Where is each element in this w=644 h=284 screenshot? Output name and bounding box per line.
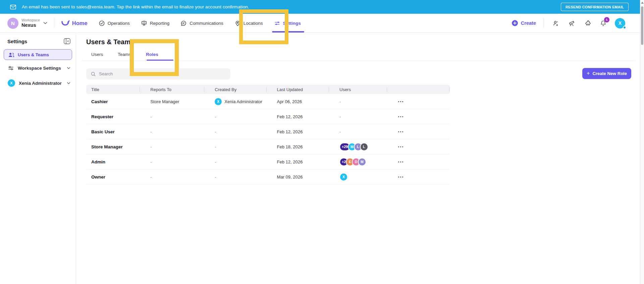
column-header-actions xyxy=(387,85,450,94)
cell-reports-to: - xyxy=(140,114,204,119)
created-by-name: - xyxy=(215,174,216,180)
nav-item-communications[interactable]: Communications xyxy=(180,20,223,26)
user-avatar-stack: X xyxy=(339,173,348,181)
cell-last-updated: Feb 12, 2026 xyxy=(266,114,329,119)
plus-circle-icon xyxy=(512,20,518,26)
table-row: CashierStore ManagerXXenia Administrator… xyxy=(86,94,450,109)
plus-icon: + xyxy=(587,70,590,76)
telescope-icon[interactable] xyxy=(568,20,575,27)
scroll-up-arrow-icon[interactable] xyxy=(641,2,644,4)
tab-teams[interactable]: Teams xyxy=(118,52,131,57)
search-input[interactable] xyxy=(99,71,220,76)
cell-title: Cashier xyxy=(86,99,140,104)
cell-created-by: - xyxy=(204,129,266,134)
sidebar-heading: Settings xyxy=(7,39,27,44)
cell-last-updated: Mar 09, 2026 xyxy=(266,174,329,180)
tab-roles[interactable]: Roles xyxy=(146,52,158,57)
column-header-reports-to: Reports To xyxy=(140,85,204,94)
row-actions-menu-button[interactable] xyxy=(397,174,404,180)
sidebar-item-label: Workspace Settings xyxy=(18,66,61,71)
created-by-avatar: X xyxy=(215,98,222,105)
collapse-sidebar-icon[interactable] xyxy=(64,38,70,44)
cell-users: +2EDM xyxy=(329,158,387,166)
create-new-role-button[interactable]: + Create New Role xyxy=(582,68,631,79)
cell-actions xyxy=(387,129,450,134)
cell-users: +29MLL xyxy=(329,143,387,151)
xenia-logo-icon xyxy=(61,19,70,27)
chevron-down-icon xyxy=(67,67,70,69)
cell-users: X xyxy=(329,173,387,181)
nav-item-settings[interactable]: Settings xyxy=(274,20,301,26)
create-label: Create xyxy=(521,20,536,26)
user-avatar: X xyxy=(339,173,348,181)
nav-item-operations[interactable]: Operations xyxy=(99,20,130,26)
sidebar-item-workspace-settings[interactable]: Workspace Settings xyxy=(0,62,76,74)
sidebar-item-xenia-administrator[interactable]: X Xenia Administrator xyxy=(0,76,76,90)
row-actions-menu-button[interactable] xyxy=(397,129,404,134)
cell-actions xyxy=(387,114,450,119)
sidebar-item-label: Xenia Administrator xyxy=(19,81,62,86)
communications-icon xyxy=(180,20,187,26)
row-actions-menu-button[interactable] xyxy=(397,144,404,149)
nav-item-home[interactable]: Home xyxy=(61,19,88,27)
cell-created-by: - xyxy=(204,174,266,180)
create-button[interactable]: Create xyxy=(512,20,536,26)
nav-item-label: Locations xyxy=(244,21,263,26)
user-avatar[interactable]: X xyxy=(615,18,625,28)
nav-item-label: Settings xyxy=(283,21,301,26)
nav-item-label: Operations xyxy=(108,21,130,26)
cell-last-updated: Feb 12, 2026 xyxy=(266,129,329,134)
cell-reports-to: - xyxy=(140,129,204,134)
workspace-name: Nexus xyxy=(21,22,40,28)
cell-last-updated: Feb 12, 2026 xyxy=(266,159,329,164)
cell-created-by: - xyxy=(204,159,266,164)
cell-reports-to: - xyxy=(140,144,204,149)
notifications-bell-icon[interactable]: 1 xyxy=(600,20,607,27)
workspace-switcher[interactable]: N Workspace Nexus xyxy=(7,18,47,29)
cell-reports-to: Store Manager xyxy=(140,99,204,104)
sidebar-header: Settings xyxy=(0,33,76,44)
user-avatar-stack: +2EDM xyxy=(339,158,366,166)
row-actions-menu-button[interactable] xyxy=(397,114,404,119)
cell-title: Requester xyxy=(86,114,140,119)
table-row: Basic User--Feb 12, 2026- xyxy=(86,124,450,139)
tab-users[interactable]: Users xyxy=(91,52,103,57)
cell-title: Store Manager xyxy=(86,144,140,149)
page-scrollbar[interactable] xyxy=(640,0,644,284)
row-actions-menu-button[interactable] xyxy=(397,99,404,104)
roles-table: Title Reports To Created By Last Updated… xyxy=(86,85,450,185)
page-title: Users & Teams xyxy=(86,38,134,46)
user-avatar: L xyxy=(360,143,368,151)
cell-actions xyxy=(387,144,450,149)
cell-last-updated: Feb 18, 2026 xyxy=(266,144,329,149)
invite-user-icon[interactable] xyxy=(552,20,559,27)
search-icon xyxy=(91,71,96,77)
sidebar-item-users-teams[interactable]: Users & Teams xyxy=(4,49,72,60)
column-header-last-updated: Last Updated xyxy=(266,85,329,94)
scrollbar-thumb[interactable] xyxy=(641,6,643,45)
chevron-down-icon xyxy=(43,22,47,24)
created-by-name: - xyxy=(215,129,216,134)
create-new-role-label: Create New Role xyxy=(592,71,627,76)
cell-actions xyxy=(387,99,450,104)
resend-confirmation-button[interactable]: RESEND CONFIRMATION EMAIL xyxy=(561,3,629,11)
top-navbar: N Workspace Nexus Home Operations Report… xyxy=(0,14,644,33)
nav-item-reporting[interactable]: Reporting xyxy=(141,20,170,26)
nav-item-label: Communications xyxy=(190,21,223,26)
cell-users: - xyxy=(329,129,387,134)
cell-reports-to: - xyxy=(140,174,204,180)
created-by-name: - xyxy=(215,114,216,119)
settings-sliders-icon xyxy=(274,20,280,26)
settings-sidebar: Settings Users & Teams Workspace Setting… xyxy=(0,33,76,284)
search-box[interactable] xyxy=(86,68,230,79)
column-header-created-by: Created By xyxy=(204,85,266,94)
role-avatar: X xyxy=(8,79,15,87)
user-avatar-letter: X xyxy=(619,20,622,26)
row-actions-menu-button[interactable] xyxy=(397,159,404,164)
cell-users: - xyxy=(329,114,387,119)
puzzle-integrations-icon[interactable] xyxy=(584,20,591,27)
user-avatar-stack: +29MLL xyxy=(339,143,368,151)
cell-created-by: - xyxy=(204,114,266,119)
divider xyxy=(82,61,635,61)
nav-item-locations[interactable]: Locations xyxy=(234,20,263,26)
